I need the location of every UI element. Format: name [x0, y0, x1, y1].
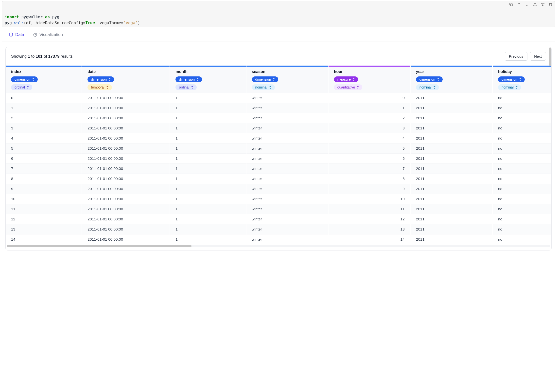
dtype-pill[interactable]: nominal — [416, 84, 439, 90]
role-pill[interactable]: dimension — [175, 76, 202, 82]
role-pill[interactable]: dimension — [11, 76, 38, 82]
vertical-scrollbar[interactable] — [549, 48, 551, 245]
cell-year: 2011 — [410, 174, 492, 184]
col-header-hour: hourmeasurequantitative — [328, 66, 410, 93]
cell-hour: 0 — [328, 93, 410, 103]
dtype-pill[interactable]: ordinal — [11, 84, 32, 90]
role-pill[interactable]: dimension — [498, 76, 525, 82]
sort-icon — [27, 86, 29, 89]
cell-index: 13 — [6, 224, 82, 234]
previous-button[interactable]: Previous — [505, 52, 527, 61]
table-row: 132011-01-01 00:00:001winter132011no — [6, 224, 551, 234]
cell-date: 2011-01-01 00:00:00 — [82, 93, 170, 103]
cell-hour: 12 — [328, 214, 410, 224]
dtype-pill[interactable]: nominal — [252, 84, 275, 90]
insert-below-icon[interactable] — [540, 2, 545, 7]
cell-date: 2011-01-01 00:00:00 — [82, 143, 170, 153]
cell-hour: 14 — [328, 234, 410, 244]
cell-season: winter — [246, 194, 328, 204]
cell-date: 2011-01-01 00:00:00 — [82, 153, 170, 163]
delete-icon[interactable] — [548, 2, 553, 7]
role-pill[interactable]: dimension — [87, 76, 114, 82]
cell-hour: 2 — [328, 113, 410, 123]
cell-holiday: no — [492, 133, 551, 143]
cell-season: winter — [246, 123, 328, 133]
cell-month: 1 — [170, 133, 246, 143]
cell-index: 12 — [6, 214, 82, 224]
code-cell[interactable]: import pygwalker as pyg pyg.walk(df, hid… — [2, 1, 555, 27]
cell-hour: 13 — [328, 224, 410, 234]
cell-index: 5 — [6, 143, 82, 153]
cell-index: 4 — [6, 133, 82, 143]
cell-month: 1 — [170, 204, 246, 214]
tab-data[interactable]: Data — [9, 32, 24, 41]
horizontal-scrollbar[interactable] — [7, 245, 550, 247]
cell-hour: 4 — [328, 133, 410, 143]
cell-holiday: no — [492, 103, 551, 113]
cell-season: winter — [246, 184, 328, 194]
cell-hour: 11 — [328, 204, 410, 214]
hscroll-thumb[interactable] — [7, 245, 191, 247]
col-name: hour — [334, 70, 407, 74]
cell-holiday: no — [492, 163, 551, 174]
cell-date: 2011-01-01 00:00:00 — [82, 204, 170, 214]
role-pill[interactable]: measure — [334, 76, 358, 82]
cell-season: winter — [246, 224, 328, 234]
tab-data-label: Data — [15, 32, 24, 37]
svg-rect-3 — [541, 3, 544, 4]
cell-season: winter — [246, 93, 328, 103]
cell-month: 1 — [170, 93, 246, 103]
move-down-icon[interactable] — [524, 2, 530, 7]
col-header-year: yeardimensionnominal — [410, 66, 492, 93]
dtype-pill[interactable]: nominal — [498, 84, 521, 90]
scroll-thumb[interactable] — [549, 48, 551, 66]
dtype-pill[interactable]: temporal — [87, 84, 112, 90]
cell-date: 2011-01-01 00:00:00 — [82, 224, 170, 234]
cell-holiday: no — [492, 153, 551, 163]
cell-index: 9 — [6, 184, 82, 194]
table-row: 02011-01-01 00:00:001winter02011no — [6, 93, 551, 103]
svg-rect-2 — [533, 5, 536, 6]
dtype-pill[interactable]: ordinal — [175, 84, 197, 90]
col-name: season — [252, 70, 325, 74]
insert-above-icon[interactable] — [532, 2, 538, 7]
cell-season: winter — [246, 113, 328, 123]
cell-index: 2 — [6, 113, 82, 123]
col-name: holiday — [498, 70, 547, 74]
role-pill[interactable]: dimension — [416, 76, 443, 82]
cell-season: winter — [246, 133, 328, 143]
sort-icon — [191, 86, 194, 89]
cell-date: 2011-01-01 00:00:00 — [82, 184, 170, 194]
cell-date: 2011-01-01 00:00:00 — [82, 163, 170, 174]
table-row: 72011-01-01 00:00:001winter72011no — [6, 163, 551, 174]
sort-icon — [197, 78, 199, 81]
cell-season: winter — [246, 103, 328, 113]
table-row: 62011-01-01 00:00:001winter62011no — [6, 153, 551, 163]
cell-year: 2011 — [410, 214, 492, 224]
cell-month: 1 — [170, 224, 246, 234]
table-row: 12011-01-01 00:00:001winter12011no — [6, 103, 551, 113]
code-line-2: pyg.walk(df, hideDataSourceConfig=True, … — [5, 20, 140, 25]
duplicate-icon[interactable] — [508, 2, 514, 7]
next-button[interactable]: Next — [530, 52, 546, 61]
role-pill[interactable]: dimension — [252, 76, 278, 82]
move-up-icon[interactable] — [516, 2, 522, 7]
col-name: year — [416, 70, 489, 74]
cell-month: 1 — [170, 163, 246, 174]
pager: Previous Next — [505, 52, 546, 61]
cell-hour: 9 — [328, 184, 410, 194]
data-table: indexdimensionordinaldatedimensiontempor… — [6, 66, 551, 244]
svg-rect-1 — [510, 3, 512, 5]
cell-holiday: no — [492, 234, 551, 244]
col-header-index: indexdimensionordinal — [6, 66, 82, 93]
cell-hour: 8 — [328, 174, 410, 184]
tab-visualization[interactable]: Visualization — [33, 32, 63, 41]
chart-pie-icon — [33, 33, 37, 37]
cell-index: 11 — [6, 204, 82, 214]
cell-year: 2011 — [410, 123, 492, 133]
cell-holiday: no — [492, 184, 551, 194]
cell-hour: 3 — [328, 123, 410, 133]
cell-date: 2011-01-01 00:00:00 — [82, 133, 170, 143]
dtype-pill[interactable]: quantitative — [334, 84, 363, 90]
table-row: 122011-01-01 00:00:001winter122011no — [6, 214, 551, 224]
